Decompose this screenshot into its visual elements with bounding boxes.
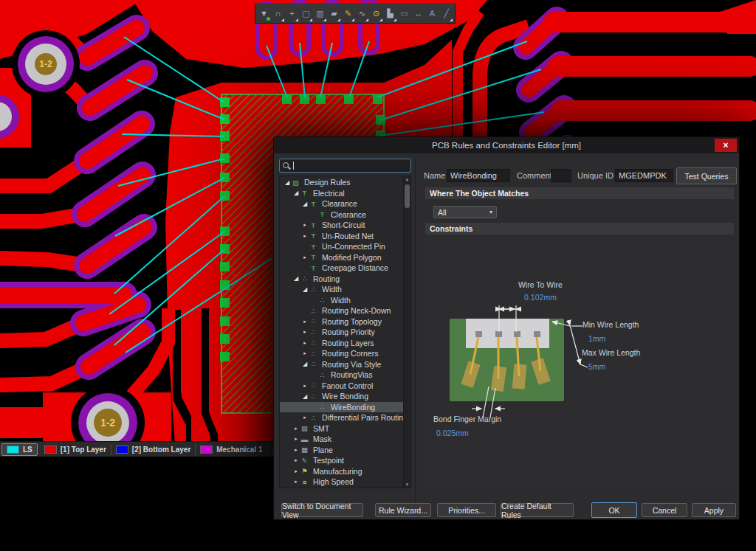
layer-tab-mechanical-1[interactable]: Mechanical 1 [196,444,267,455]
tree-expand-icon[interactable]: ◢ [292,275,300,282]
interactive-route-icon[interactable]: ∿ [355,5,369,22]
tree-collapse-icon[interactable]: ▸ [292,468,300,474]
tree-item-routing-neck-down[interactable]: ∴Routing Neck-Down [280,305,404,316]
tree-item-routing-priority[interactable]: ▸∴Routing Priority [280,327,404,338]
scroll-down-icon[interactable]: ▼ [404,482,410,487]
tree-item-modified-polygon[interactable]: ▸ŦModified Polygon [280,252,404,263]
tree-item-clearance[interactable]: ŦClearance [280,209,404,221]
scope-dropdown[interactable]: All ▾ [433,206,497,218]
tree-collapse-icon[interactable]: ▸ [301,233,309,239]
tree-item-width[interactable]: ◢∴Width [280,284,404,295]
tree-expand-icon[interactable]: ◢ [284,179,291,186]
priorities-button[interactable]: Priorities... [437,503,496,517]
tree-item-routing-layers[interactable]: ▸∴Routing Layers [280,338,404,349]
dialog-titlebar[interactable]: PCB Rules and Constraints Editor [mm] × [274,137,739,153]
text-icon[interactable]: A [425,5,439,22]
tree-item-routing[interactable]: ◢∴Routing [280,274,404,285]
tree-scrollbar[interactable]: ▲ ▼ [403,176,410,488]
dropdown-corner-icon [394,18,396,21]
tree-item-routingvias[interactable]: ∴RoutingVias [280,370,404,381]
tree-collapse-icon[interactable]: ▸ [292,436,300,442]
tree-item-un-routed-net[interactable]: ▸ŦUn-Routed Net [280,231,404,242]
unique-id-field[interactable] [615,169,673,182]
line-icon[interactable]: ╱ [439,5,453,22]
tree-item-label: Un-Routed Net [320,232,376,240]
tree-item-routing-topology[interactable]: ▸∴Routing Topology [280,316,404,328]
rule-wizard-button[interactable]: Rule Wizard... [375,503,431,517]
pad-icon[interactable]: ▭ [397,5,411,22]
dialog-footer: Switch to Document View Rule Wizard... P… [274,502,739,519]
tree-item-electrical[interactable]: ◢ŦElectrical [280,188,404,199]
tree-item-fanout-control[interactable]: ▸∴Fanout Control [280,381,404,392]
tree-collapse-icon[interactable]: ▸ [292,447,300,453]
tree-item-manufacturing[interactable]: ▸⚑Manufacturing [280,466,404,477]
tree-expand-icon[interactable]: ◢ [301,286,309,293]
via-icon[interactable]: ⊙ [369,5,383,22]
filter-select-icon[interactable]: ▼ [257,5,271,22]
tree-item-differential-pairs-routing[interactable]: ▸∴Differential Pairs Routing [280,412,404,423]
scope-value: All [438,208,447,217]
tree-item-placement[interactable]: ▸▣Placement [280,488,404,489]
tree-expand-icon[interactable]: ◢ [292,190,300,196]
tree-collapse-icon[interactable]: ▸ [301,350,309,356]
via-top-left[interactable]: 1-2 [12,30,80,98]
tree-item-label: Fanout Control [320,381,375,390]
tree-item-routing-corners[interactable]: ▸∴Routing Corners [280,348,404,359]
cancel-button[interactable]: Cancel [642,503,687,517]
tree-item-label: Clearance [329,210,368,219]
close-button[interactable]: × [715,139,737,152]
tree-item-creepage-distance[interactable]: ŦCreepage Distance [280,263,404,274]
tree-collapse-icon[interactable]: ▸ [292,426,300,432]
tree-expand-icon[interactable]: ◢ [301,201,309,207]
ok-button[interactable]: OK [591,502,637,518]
scroll-up-icon[interactable]: ▲ [404,177,410,181]
tree-collapse-icon[interactable]: ▸ [301,319,309,325]
tree-expand-icon[interactable]: ◢ [301,361,309,367]
switch-to-document-view-button[interactable]: Switch to Document View [281,503,363,517]
align-objects-icon[interactable]: ▥ [313,5,327,22]
tree-collapse-icon[interactable]: ▸ [301,222,309,228]
tree-expand-icon[interactable]: ◢ [301,393,309,400]
tree-collapse-icon[interactable]: ▸ [301,383,309,389]
search-input[interactable] [294,161,408,171]
tree-item-smt[interactable]: ▸▤SMT [280,423,404,434]
create-default-rules-button[interactable]: Create Default Rules [501,503,574,517]
tree-item-un-connected-pin[interactable]: ŦUn-Connected Pin [280,241,404,252]
apply-button[interactable]: Apply [692,503,736,517]
rule-search-box[interactable] [279,159,411,173]
tree-item-routing-via-style[interactable]: ◢∴Routing Via Style [280,359,404,370]
tree-item-high-speed[interactable]: ▸≡High Speed [280,477,404,488]
layer-tab-2-bottom-layer[interactable]: [2] Bottom Layer [111,444,196,455]
tree-item-mask[interactable]: ▸▬Mask [280,434,404,445]
tree-item-width[interactable]: ∴Width [280,295,404,306]
scrollbar-thumb[interactable] [405,184,410,208]
name-field[interactable] [447,169,510,182]
snap-magnet-icon[interactable]: ∩ [271,5,285,22]
tree-item-short-circuit[interactable]: ▸ŦShort-Circuit [280,220,404,231]
tree-item-wire-bonding[interactable]: ◢∴Wire Bonding [280,391,404,402]
tree-item-wirebonding[interactable]: ∴WireBonding [280,402,404,413]
layer-stack-icon[interactable]: ▙ [383,5,397,22]
tree-item-label: Differential Pairs Routing [320,413,410,422]
tree-collapse-icon[interactable]: ▸ [301,340,309,346]
move-crosshair-icon[interactable]: + [285,5,299,22]
polygon-pour-icon[interactable]: ▰ [327,5,341,22]
route-icon[interactable]: ✎ [341,5,355,22]
tree-item-clearance[interactable]: ◢ŦClearance [280,198,404,209]
tree-collapse-icon[interactable]: ▸ [301,254,309,260]
tree-item-label: Testpoint [311,456,346,465]
dimension-icon[interactable]: ↔ [411,5,425,22]
test-queries-button[interactable]: Test Queries [676,167,737,184]
layer-tab-1-top-layer[interactable]: [1] Top Layer [40,444,111,455]
tree-collapse-icon[interactable]: ▸ [292,479,300,485]
layer-tab-ls[interactable]: LS [1,443,38,456]
panel-divider[interactable] [415,157,416,503]
tree-item-plane[interactable]: ▸▦Plane [280,445,404,456]
comment-field[interactable] [551,169,571,182]
tree-collapse-icon[interactable]: ▸ [292,457,300,463]
tree-item-design-rules[interactable]: ◢▨Design Rules [280,177,404,188]
select-area-icon[interactable]: ▢ [299,5,313,22]
tree-collapse-icon[interactable]: ▸ [301,329,309,335]
tree-collapse-icon[interactable]: ▸ [301,415,309,420]
tree-item-testpoint[interactable]: ▸✎Testpoint [280,455,404,466]
